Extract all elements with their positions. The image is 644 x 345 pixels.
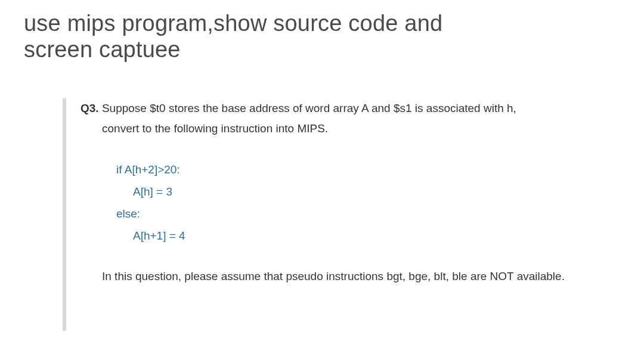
question-text-line-1: Suppose $t0 stores the base address of w… [99, 102, 516, 114]
title-line-1: use mips program,show source code and [24, 11, 442, 36]
pseudo-line-4: A[h+1] = 4 [133, 225, 626, 247]
question-prompt: Q3. Suppose $t0 stores the base address … [80, 98, 626, 138]
page-root: use mips program,show source code and sc… [0, 0, 644, 292]
pseudo-line-3: else: [116, 203, 626, 225]
question-label: Q3. [80, 102, 99, 114]
quote-left-rule [63, 98, 66, 331]
pseudo-line-1: if A[h+2]>20: [116, 158, 626, 181]
title-line-2: screen captuee [24, 37, 181, 62]
page-title: use mips program,show source code and sc… [24, 11, 626, 63]
pseudo-line-2: A[h] = 3 [133, 181, 626, 203]
pseudocode-block: if A[h+2]>20: A[h] = 3 else: A[h+1] = 4 [116, 158, 626, 247]
question-text-line-2: convert to the following instruction int… [102, 119, 626, 138]
question-block: Q3. Suppose $t0 stores the base address … [80, 98, 626, 286]
question-note: In this question, please assume that pse… [102, 267, 591, 286]
